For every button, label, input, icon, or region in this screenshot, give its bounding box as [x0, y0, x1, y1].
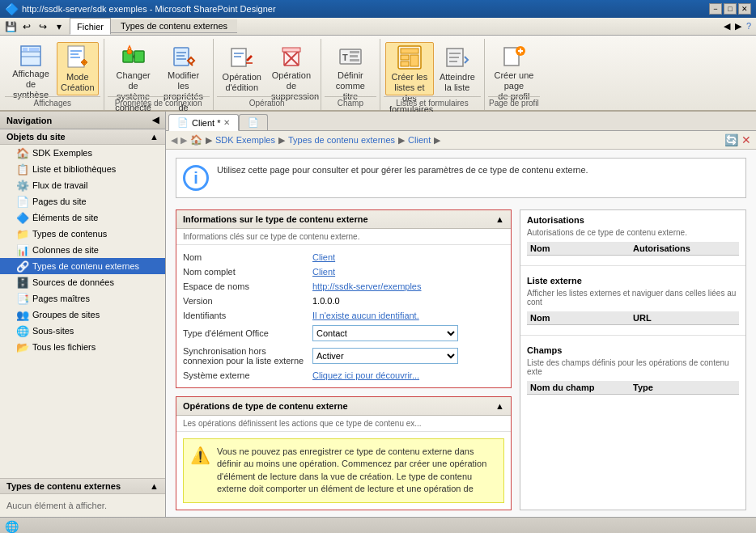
info-panel-header: Informations sur le type de contenu exte… — [176, 210, 511, 229]
tab-extra-icon: 📄 — [248, 117, 259, 128]
espace-noms-label: Espace de noms — [183, 281, 312, 291]
nav-item-pages-site[interactable]: 📄 Pages du site — [0, 193, 165, 209]
affichages-group-label: Affichages — [5, 96, 100, 110]
champs-col2: Type — [633, 383, 736, 392]
systeme-externe-value[interactable]: Cliquez ici pour découvrir... — [312, 370, 419, 380]
qa-redo[interactable]: ↪ — [36, 19, 50, 34]
espace-noms-value[interactable]: http://ssdk-server/exemples — [312, 281, 422, 291]
form-row-nom-complet: Nom complet Client — [183, 264, 504, 279]
maximize-button[interactable]: □ — [724, 3, 737, 15]
nav-item-sdk-exemples[interactable]: 🏠 SDK Exemples — [0, 145, 165, 161]
ribbon-btn-changer[interactable]: Changer de systèmeconnecté — [109, 42, 158, 95]
pages-maitres-icon: 📑 — [16, 292, 29, 305]
breadcrumb-sdk[interactable]: SDK Exemples — [215, 135, 275, 145]
liste-externe-section: Liste externe Afficher les listes extern… — [520, 271, 745, 330]
content-body: i Utilisez cette page pour consulter et … — [166, 150, 756, 517]
app-icon: 🔷 — [5, 2, 19, 15]
nav-item-types-contenu-externes[interactable]: 🔗 Types de contenu externes — [0, 258, 165, 274]
tab-label: Client * — [192, 118, 220, 128]
liste-externe-col2: URL — [633, 313, 736, 323]
nav-item-liste-bibliotheques[interactable]: 📋 Liste et bibliothèques — [0, 161, 165, 177]
breadcrumb-sep1: ▶ — [278, 135, 285, 146]
left-nav: Navigation ◀ Objets du site ▲ 🏠 SDK Exem… — [0, 112, 166, 517]
op-edition-label: Opérationd'édition — [223, 72, 261, 93]
elements-label: Éléments de site — [32, 213, 98, 222]
breadcrumb-types[interactable]: Types de contenu externes — [288, 135, 395, 145]
qa-save[interactable]: 💾 — [3, 19, 18, 34]
operations-panel: Opérations de type de contenu externe ▲ … — [176, 396, 512, 510]
flux-icon: ⚙️ — [16, 179, 29, 192]
nav-item-types-contenus[interactable]: 📁 Types de contenus — [0, 226, 165, 242]
nav-item-elements-site[interactable]: 🔷 Éléments de site — [0, 209, 165, 226]
form-row-type-office: Type d'élément Office Contact Appointmen… — [183, 323, 504, 344]
qa-more[interactable]: ▾ — [52, 19, 66, 34]
colonnes-label: Colonnes de site — [32, 245, 99, 255]
nav-item-sous-sites[interactable]: 🌐 Sous-sites — [0, 323, 165, 339]
ribbon-btn-affichage-synthese[interactable]: Affichage desynthèse — [6, 42, 55, 95]
breadcrumb-stop[interactable]: ✕ — [741, 133, 751, 146]
ribbon-btn-creer-page[interactable]: Créer une pagede profil — [490, 42, 538, 95]
nav-item-flux-travail[interactable]: ⚙️ Flux de travail — [0, 177, 165, 193]
ribbon-btn-op-suppression[interactable]: Opération desuppression — [267, 42, 316, 95]
ribbon-btn-mode-creation[interactable]: ModeCréation — [57, 42, 99, 95]
minimize-button[interactable]: − — [709, 3, 722, 15]
nav-section2-collapse[interactable]: ▲ — [150, 481, 159, 491]
breadcrumb-back[interactable]: ◀ — [171, 135, 177, 146]
content-breadcrumb: ◀ ▶ 🏠 ▶ SDK Exemples ▶ Types de contenu … — [166, 131, 756, 150]
liste-externe-col1: Nom — [530, 313, 633, 323]
ribbon-btn-definir-titre[interactable]: T Définircomme titre — [326, 42, 375, 95]
types-externes-label: Types de contenu externes — [32, 261, 139, 271]
menu-tab-types[interactable]: Types de contenu externes — [111, 19, 237, 33]
close-button[interactable]: ✕ — [738, 3, 751, 15]
sous-sites-label: Sous-sites — [32, 326, 74, 336]
help-nav-back[interactable]: ◀ — [724, 21, 730, 32]
ribbon-btn-modifier-prop[interactable]: Modifier les propriétésde connexion — [159, 42, 208, 95]
qa-undo[interactable]: ↩ — [19, 19, 34, 34]
svg-point-14 — [127, 49, 132, 54]
nav-item-pages-maitres[interactable]: 📑 Pages maîtres — [0, 290, 165, 307]
svg-rect-4 — [29, 48, 39, 51]
nav-collapse-icon[interactable]: ◀ — [152, 115, 159, 125]
info-banner-text: Utilisez cette page pour consulter et po… — [217, 165, 588, 175]
synchro-select[interactable]: Activer Désactiver — [312, 348, 458, 364]
help-icon[interactable]: ? — [746, 21, 751, 32]
menu-fichier[interactable]: Fichier — [70, 18, 111, 35]
nav-item-sources-donnees[interactable]: 🗄️ Sources de données — [0, 274, 165, 290]
nav-item-groupes-sites[interactable]: 👥 Groupes de sites — [0, 307, 165, 323]
nav-footer: Aucun élément à afficher. — [0, 494, 165, 517]
content-tab-extra[interactable]: 📄 — [239, 114, 268, 130]
nav-item-colonnes-site[interactable]: 📊 Colonnes de site — [0, 242, 165, 258]
autorisations-table-header: Nom Autorisations — [527, 242, 739, 256]
champs-subtitle: Liste des champs définis pour les opérat… — [527, 358, 739, 376]
tab-icon: 📄 — [177, 117, 189, 128]
ribbon-btn-atteindre-liste[interactable]: Atteindrela liste — [435, 42, 479, 95]
form-row-nom: Nom Client — [183, 250, 504, 264]
pages-icon: 📄 — [16, 195, 29, 208]
breadcrumb-refresh[interactable]: 🔄 — [724, 133, 738, 146]
nom-value[interactable]: Client — [312, 252, 335, 262]
liste-externe-subtitle: Afficher les listes externes et naviguer… — [527, 289, 739, 307]
info-panel-collapse[interactable]: ▲ — [495, 214, 504, 224]
systeme-externe-label: Système externe — [183, 370, 312, 380]
type-office-select[interactable]: Contact Appointment Task Post — [312, 325, 458, 341]
liste-label: Liste et bibliothèques — [32, 164, 116, 174]
nav-section1-collapse[interactable]: ▲ — [150, 132, 159, 142]
ops-panel-collapse[interactable]: ▲ — [495, 401, 504, 411]
identifiants-value[interactable]: Il n'existe aucun identifiant. — [312, 311, 419, 320]
breadcrumb-forward[interactable]: ▶ — [181, 135, 187, 146]
breadcrumb-client[interactable]: Client — [408, 135, 431, 145]
divider1 — [520, 265, 745, 266]
tab-close-button[interactable]: ✕ — [223, 118, 230, 127]
help-nav-forward[interactable]: ▶ — [735, 21, 741, 32]
nav-section2-header: Types de contenu externes ▲ — [0, 478, 165, 494]
sdk-exemples-icon: 🏠 — [16, 146, 29, 159]
nav-item-tous-fichiers[interactable]: 📂 Tous les fichiers — [0, 339, 165, 355]
warning-icon: ⚠️ — [190, 446, 210, 496]
ribbon-btn-op-edition[interactable]: Opérationd'édition — [219, 42, 265, 95]
ops-panel-header: Opérations de type de contenu externe ▲ — [176, 397, 511, 416]
modifier-prop-icon — [171, 44, 197, 69]
warning-text: Vous ne pouvez pas enregistrer ce type d… — [217, 446, 497, 496]
ribbon-btn-creer-listes[interactable]: Créer les listes etdes formulaires — [385, 42, 434, 95]
content-tab-client[interactable]: 📄 Client * ✕ — [168, 114, 239, 131]
nom-complet-value[interactable]: Client — [312, 267, 335, 277]
